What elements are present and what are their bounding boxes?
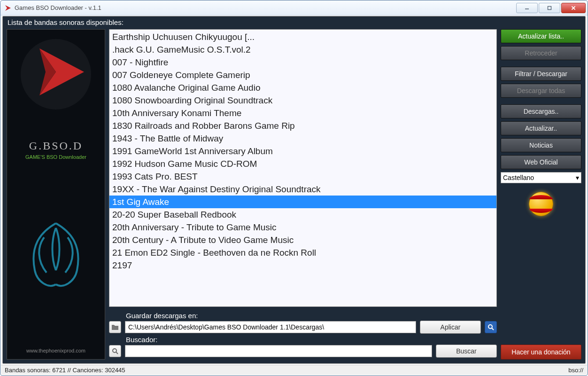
svg-rect-2: [548, 6, 551, 9]
app-icon: [4, 4, 12, 12]
search-button[interactable]: Buscar: [436, 345, 497, 358]
back-button[interactable]: Retroceder: [501, 46, 581, 60]
maximize-button[interactable]: [539, 3, 560, 13]
logo-url: www.thephoenixprod.com: [26, 348, 85, 353]
logo-panel: G.BSO.D GAME'S BSO Downloader www.thepho…: [7, 29, 105, 360]
titlebar: Games BSO Downloader - v.1.1: [0, 0, 588, 16]
svg-line-11: [116, 352, 118, 354]
logo-top: G.BSO.D GAME'S BSO Downloader: [14, 34, 98, 160]
list-item[interactable]: 007 Goldeneye Complete Gamerip: [109, 69, 496, 81]
list-item[interactable]: 20th Century - A Tribute to Video Game M…: [109, 234, 496, 246]
logo-name: G.BSO.D: [29, 140, 83, 152]
list-item[interactable]: 20th Anniversary - Tribute to Game Music: [109, 221, 496, 234]
list-item[interactable]: 21 Emon ED2 Single - Beethoven da ne Roc…: [109, 246, 496, 259]
main-row: G.BSO.D GAME'S BSO Downloader www.thepho…: [3, 29, 585, 363]
save-path-label: Guardar descargas en:: [126, 312, 497, 320]
official-web-button[interactable]: Web Oficial: [501, 155, 581, 169]
svg-point-10: [113, 349, 116, 352]
list-item[interactable]: 1080 Snowboarding Original Soundtrack: [109, 94, 496, 107]
window-frame: Games BSO Downloader - v.1.1 Lista de ba…: [0, 0, 588, 376]
list-item[interactable]: 007 - Nightfire: [109, 56, 496, 69]
update-list-button[interactable]: Actualizar lista..: [501, 29, 581, 43]
update-button[interactable]: Actualizar..: [501, 121, 581, 135]
list-item[interactable]: 1991 GameWorld 1st Anniversary Album: [109, 145, 496, 157]
chevron-down-icon: ▾: [576, 174, 579, 181]
news-button[interactable]: Noticias: [501, 138, 581, 152]
search-icon-button[interactable]: [109, 345, 121, 357]
status-left: Bandas sonoras: 6721 // Canciones: 30244…: [5, 367, 125, 374]
list-item[interactable]: 10th Anniversary Konami Theme: [109, 107, 496, 119]
window-title: Games BSO Downloader - v.1.1: [15, 4, 516, 11]
window-controls: [516, 3, 586, 13]
search-path-button[interactable]: [485, 321, 497, 333]
search-label: Buscador:: [126, 336, 497, 344]
list-item[interactable]: 2197: [109, 259, 496, 272]
list-item[interactable]: 1830 Railroads and Robber Barons Game Ri…: [109, 119, 496, 132]
svg-line-9: [492, 328, 494, 330]
logo-bottom-graphic: [11, 214, 101, 294]
filter-download-button[interactable]: Filtrar / Descargar: [501, 67, 581, 81]
inputs-block: Guardar descargas en: Aplicar Buscador:: [109, 312, 497, 360]
status-bar: Bandas sonoras: 6721 // Canciones: 30244…: [1, 365, 587, 375]
soundtrack-listbox[interactable]: Earthship Uchuusen Chikyuugou [....hack …: [109, 29, 497, 307]
list-item[interactable]: .hack G.U. GameMusic O.S.T.vol.2: [109, 43, 496, 56]
app-logo-graphic: [14, 34, 98, 119]
save-path-input[interactable]: [125, 321, 416, 333]
list-item[interactable]: 1943 - The Battle of Midway: [109, 132, 496, 145]
app-body: Lista de bandas sonoras disponibles: G.B…: [2, 16, 586, 364]
minimize-button[interactable]: [516, 3, 538, 13]
flag-wrap: [501, 192, 581, 216]
status-right: bso://: [568, 367, 583, 374]
spain-flag-icon: [529, 192, 553, 216]
search-icon: [112, 348, 118, 354]
search-icon: [487, 324, 494, 330]
list-item[interactable]: 1993 Cats Pro. BEST: [109, 170, 496, 183]
sidebar: Actualizar lista.. Retroceder Filtrar / …: [501, 29, 581, 360]
list-item[interactable]: 19XX - The War Against Destiny Original …: [109, 183, 496, 196]
donate-button[interactable]: Hacer una donación: [501, 345, 581, 360]
logo-subtitle: GAME'S BSO Downloader: [25, 154, 86, 160]
center-column: Earthship Uchuusen Chikyuugou [....hack …: [109, 29, 497, 360]
list-item[interactable]: 1080 Avalanche Original Game Audio: [109, 81, 496, 94]
language-value: Castellano: [503, 174, 534, 181]
apply-button[interactable]: Aplicar: [420, 321, 481, 334]
search-input[interactable]: [125, 345, 432, 357]
download-all-button[interactable]: Descargar todas: [501, 84, 581, 98]
folder-icon: [111, 324, 119, 330]
list-item[interactable]: 1st Gig Awake: [109, 196, 496, 208]
list-item[interactable]: 20-20 Super Baseball Redbook: [109, 208, 496, 221]
language-select[interactable]: Castellano ▾: [501, 172, 581, 183]
list-item[interactable]: Earthship Uchuusen Chikyuugou [...: [109, 31, 496, 43]
downloads-button[interactable]: Descargas..: [501, 104, 581, 118]
close-button[interactable]: [561, 3, 586, 13]
list-item[interactable]: 1992 Hudson Game Music CD-ROM: [109, 157, 496, 170]
browse-folder-button[interactable]: [109, 321, 121, 333]
svg-point-8: [488, 325, 492, 329]
list-header-label: Lista de bandas sonoras disponibles:: [3, 16, 585, 29]
svg-marker-0: [5, 5, 11, 11]
